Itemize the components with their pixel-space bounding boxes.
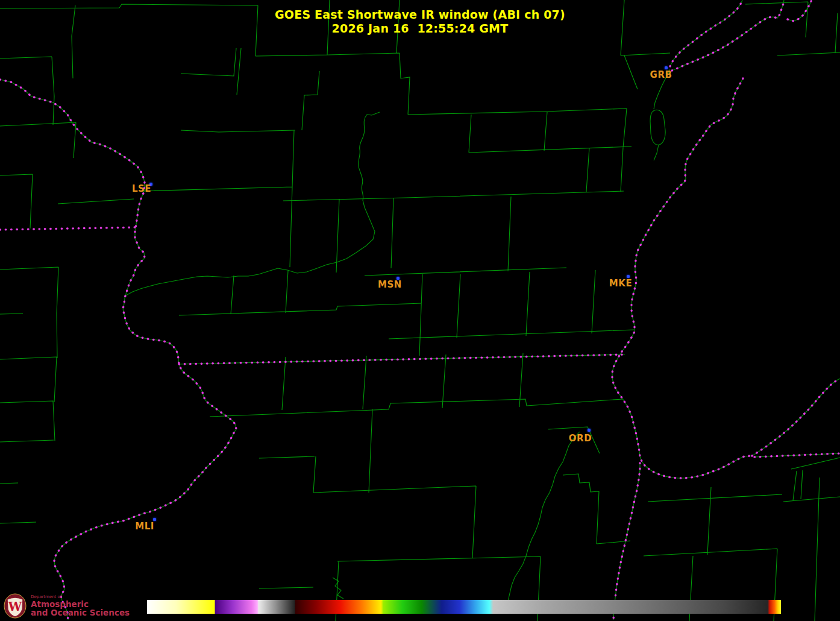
- lake-michigan-east-shore-dotted: [752, 379, 840, 456]
- small-creek: [333, 578, 343, 599]
- fox-river-lake-winnebago: [650, 69, 670, 160]
- crest-letter: W: [8, 599, 22, 614]
- station-dot: [588, 429, 591, 432]
- title-line-2: 2026 Jan 16 12:55:24 GMT: [0, 22, 840, 36]
- wisconsin-river: [126, 112, 380, 295]
- state-border-water-dotted-layer: [0, 0, 840, 620]
- rivers-layer: [126, 69, 670, 601]
- station-label: MLI: [135, 521, 154, 532]
- title-line-1: GOES East Shortwave IR window (ABI ch 07…: [0, 8, 840, 22]
- uw-aos-logo: W Department of Atmospheric and Oceanic …: [4, 593, 130, 619]
- lake-michigan-west-shore-dotted: [612, 78, 751, 478]
- county-boundaries-layer: [0, 0, 840, 621]
- rock-river: [508, 432, 580, 601]
- mississippi-river-dotted: [0, 80, 236, 620]
- uw-crest-icon: W: [4, 593, 27, 619]
- logo-line-2: and Oceanic Sciences: [31, 609, 130, 617]
- station-label: MKE: [609, 278, 632, 289]
- station-label: MSN: [378, 279, 402, 290]
- station-label: LSE: [132, 183, 151, 194]
- station-label: ORD: [569, 433, 592, 444]
- logo-dept-line: Department of: [31, 595, 130, 599]
- color-scale-bar: [147, 600, 781, 614]
- image-title: GOES East Shortwave IR window (ABI ch 07…: [0, 8, 840, 36]
- logo-line-1: Atmospheric: [31, 601, 130, 609]
- uw-aos-logo-text: Department of Atmospheric and Oceanic Sc…: [31, 595, 130, 617]
- map-overlay-svg: [0, 0, 840, 621]
- station-label: GRB: [650, 69, 672, 80]
- satellite-image-viewport: GOES East Shortwave IR window (ABI ch 07…: [0, 0, 840, 621]
- mn-ia-border-dotted: [0, 227, 136, 230]
- shoreline-underlay-layer: [0, 0, 840, 620]
